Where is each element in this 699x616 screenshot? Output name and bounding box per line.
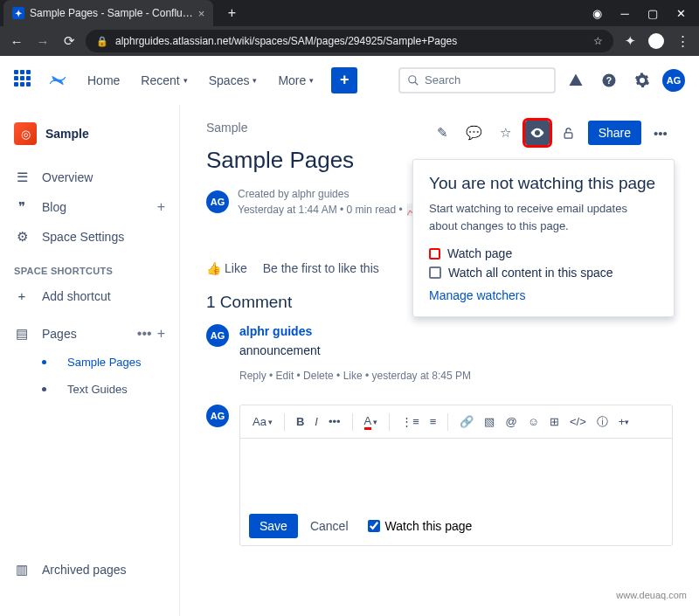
editor-avatar: AG (206, 405, 229, 427)
mention-icon[interactable]: @ (502, 412, 520, 431)
reload-button[interactable]: ⟳ (59, 31, 79, 51)
chevron-down-icon: ▾ (253, 76, 257, 85)
notifications-icon[interactable] (563, 67, 589, 93)
forward-button[interactable]: → (33, 31, 52, 51)
checkbox-icon[interactable] (429, 266, 441, 279)
svg-point-0 (409, 75, 416, 82)
watch-icon[interactable] (525, 121, 550, 145)
sidebar-page-sample-pages[interactable]: Sample Pages (0, 349, 179, 376)
manage-watchers-link[interactable]: Manage watchers (429, 288, 658, 302)
overview-icon: ☰ (14, 170, 30, 185)
svg-text:?: ? (606, 74, 612, 85)
tab-favicon: ✦ (12, 7, 24, 19)
svg-rect-4 (564, 132, 572, 137)
extensions-icon[interactable]: ✦ (620, 31, 640, 51)
more-icon[interactable]: ••• (137, 326, 152, 342)
editor-textarea[interactable] (240, 439, 672, 507)
comment-avatar[interactable]: AG (206, 324, 229, 347)
sidebar-archived[interactable]: ▥Archived pages (0, 555, 180, 585)
image-icon[interactable]: ▧ (481, 412, 498, 431)
chevron-down-icon: ▾ (183, 76, 188, 85)
watch-all-option[interactable]: Watch all content in this space (429, 266, 658, 280)
sidebar-overview[interactable]: ☰Overview (0, 163, 179, 192)
add-icon[interactable]: + (157, 199, 165, 215)
nav-spaces[interactable]: Spaces▾ (202, 68, 265, 93)
layouts-icon[interactable]: </> (566, 412, 590, 431)
profile-icon[interactable] (647, 31, 666, 51)
info-icon[interactable]: ⓘ (593, 412, 612, 433)
space-name: Sample (45, 127, 89, 141)
browser-menu-icon[interactable]: ⋮ (673, 31, 692, 51)
watermark: www.deuaq.com (616, 590, 687, 600)
add-icon[interactable]: + (157, 326, 165, 342)
space-header[interactable]: ◎ Sample (0, 115, 179, 152)
page-meta: Yesterday at 1:44 AM • 0 min read • (238, 202, 403, 218)
search-icon (407, 74, 419, 87)
share-button[interactable]: Share (588, 121, 641, 145)
star-icon[interactable]: ☆ (593, 35, 603, 47)
cancel-button[interactable]: Cancel (310, 519, 349, 533)
create-button[interactable]: + (331, 67, 357, 93)
comment-icon[interactable]: 💬 (462, 121, 487, 145)
emoji-icon[interactable]: ☺ (524, 412, 543, 431)
window-minimize-icon[interactable]: ─ (619, 7, 631, 19)
archive-icon: ▥ (14, 562, 30, 578)
nav-home[interactable]: Home (80, 68, 127, 93)
record-icon[interactable]: ◉ (591, 7, 603, 19)
plus-icon: + (14, 288, 30, 303)
window-close-icon[interactable]: ✕ (675, 7, 687, 19)
text-color-icon[interactable]: A▾ (361, 412, 382, 433)
back-button[interactable]: ← (7, 31, 26, 51)
italic-icon[interactable]: I (311, 412, 322, 431)
settings-icon[interactable] (629, 67, 655, 93)
tab-close-icon[interactable]: × (198, 7, 205, 20)
table-icon[interactable]: ⊞ (546, 412, 563, 431)
save-button[interactable]: Save (249, 514, 298, 538)
tab-title: Sample Pages - Sample - Conflu… (30, 7, 193, 19)
insert-icon[interactable]: +▾ (615, 412, 633, 431)
help-icon[interactable]: ? (596, 67, 622, 93)
nav-recent[interactable]: Recent▾ (134, 68, 194, 93)
space-icon: ◎ (14, 122, 37, 145)
author-avatar[interactable]: AG (206, 190, 229, 213)
more-format-icon[interactable]: ••• (325, 412, 344, 431)
chevron-down-icon: ▾ (309, 76, 314, 85)
url-text: alphrguides.atlassian.net/wiki/spaces/SA… (115, 35, 457, 47)
comment-editor[interactable]: Aa▾ B I ••• A▾ ⋮≡ ≡ 🔗 ▧ @ ☺ (239, 405, 673, 546)
bold-icon[interactable]: B (293, 412, 308, 431)
sidebar-pages[interactable]: ▤Pages•••+ (0, 319, 179, 349)
link-icon[interactable]: 🔗 (456, 412, 477, 431)
comment-actions[interactable]: Reply • Edit • Delete • Like • yesterday… (239, 370, 471, 382)
comment-author[interactable]: alphr guides (239, 324, 471, 338)
watch-page-option[interactable]: Watch page (429, 246, 658, 260)
bullet-list-icon[interactable]: ⋮≡ (398, 412, 423, 431)
number-list-icon[interactable]: ≡ (426, 412, 440, 431)
new-tab-button[interactable]: + (220, 2, 243, 24)
sidebar-space-settings[interactable]: ⚙Space Settings (0, 222, 179, 252)
lock-icon: 🔒 (96, 36, 108, 47)
browser-tab[interactable]: ✦ Sample Pages - Sample - Conflu… × (3, 0, 213, 26)
address-bar[interactable]: 🔒 alphrguides.atlassian.net/wiki/spaces/… (86, 30, 613, 52)
sidebar-page-text-guides[interactable]: Text Guides (0, 376, 179, 403)
window-maximize-icon[interactable]: ▢ (647, 7, 659, 19)
thumbs-up-icon: 👍 (206, 261, 221, 275)
more-actions-icon[interactable]: ••• (648, 121, 673, 145)
restrictions-icon[interactable] (557, 121, 581, 145)
popover-description: Start watching to receive email updates … (429, 200, 658, 234)
sidebar-blog[interactable]: ❞Blog+ (0, 192, 179, 222)
user-avatar[interactable]: AG (662, 69, 685, 92)
checkbox-icon[interactable] (429, 248, 440, 260)
edit-icon[interactable]: ✎ (431, 121, 455, 145)
blog-icon: ❞ (14, 199, 30, 215)
text-style-dropdown[interactable]: Aa▾ (249, 412, 276, 431)
star-icon[interactable]: ☆ (494, 121, 518, 145)
watch-popover: You are not watching this page Start wat… (412, 159, 675, 317)
confluence-logo-icon[interactable] (49, 72, 66, 89)
popover-title: You are not watching this page (429, 174, 658, 193)
nav-more[interactable]: More▾ (271, 68, 321, 93)
search-input[interactable]: Search (398, 67, 556, 93)
app-switcher-icon[interactable] (14, 70, 35, 91)
like-button[interactable]: 👍Like (206, 261, 247, 275)
watch-this-page-checkbox[interactable]: Watch this page (368, 519, 473, 533)
sidebar-add-shortcut[interactable]: +Add shortcut (0, 281, 179, 310)
